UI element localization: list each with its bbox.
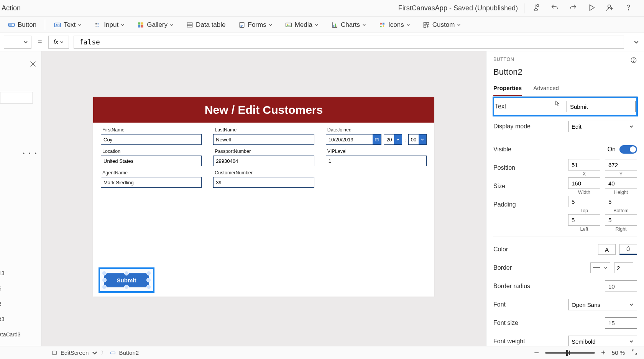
property-selector[interactable] xyxy=(4,36,31,49)
custno-input[interactable] xyxy=(213,177,314,188)
vip-label: VIPLevel xyxy=(326,149,427,154)
field-customer-number: CustomerNumber xyxy=(213,170,314,188)
insert-icons-label: Icons xyxy=(388,21,404,29)
pos-y-input[interactable] xyxy=(605,159,637,170)
firstname-input[interactable] xyxy=(101,134,202,145)
tree-item-menu-icon[interactable]: • • • xyxy=(23,151,38,156)
prop-padding-1: Padding Top Bottom xyxy=(493,195,637,214)
field-agent: AgentName xyxy=(101,170,202,188)
lastname-input[interactable] xyxy=(213,134,314,145)
prop-color: Color A xyxy=(493,240,637,259)
calendar-icon[interactable] xyxy=(373,134,381,144)
prop-border: Border xyxy=(493,259,637,277)
resize-handle[interactable] xyxy=(102,285,107,289)
undo-icon[interactable] xyxy=(550,3,559,13)
pad-right-input[interactable] xyxy=(605,214,637,226)
zoom-in-icon[interactable]: + xyxy=(601,348,606,357)
resize-handle[interactable] xyxy=(102,271,107,275)
prop-displaymode-select[interactable]: Edit xyxy=(568,121,637,132)
svg-rect-24 xyxy=(427,22,429,25)
submit-button[interactable]: Submit xyxy=(104,273,149,287)
svg-rect-22 xyxy=(383,23,384,25)
field-datejoined: DateJoined 10/20/2019 20 : xyxy=(326,127,427,145)
border-radius-input[interactable] xyxy=(605,280,637,292)
insert-charts[interactable]: Charts xyxy=(325,20,371,30)
insert-input[interactable]: Input xyxy=(89,20,130,30)
play-preview-icon[interactable] xyxy=(587,3,596,13)
insert-media[interactable]: Media xyxy=(279,20,324,30)
prop-text-input[interactable] xyxy=(567,101,636,112)
svg-rect-4 xyxy=(9,24,12,26)
fx-button[interactable]: fx xyxy=(48,36,69,49)
fill-color-button[interactable] xyxy=(619,244,637,255)
insert-custom[interactable]: Custom xyxy=(417,20,467,30)
formula-expand-icon[interactable] xyxy=(629,39,644,45)
agent-input[interactable] xyxy=(101,177,202,188)
equals-label: = xyxy=(36,38,44,46)
size-w-input[interactable] xyxy=(568,177,600,189)
font-select[interactable]: Open Sans xyxy=(568,299,637,310)
resize-handle[interactable] xyxy=(146,271,151,275)
resize-handle[interactable] xyxy=(102,278,107,282)
size-h-input[interactable] xyxy=(605,177,637,189)
panel-help-icon[interactable] xyxy=(630,57,637,65)
resize-handle[interactable] xyxy=(146,285,151,289)
fit-to-screen-icon[interactable] xyxy=(631,349,638,357)
prop-visible-label: Visible xyxy=(493,146,603,153)
help-icon[interactable] xyxy=(624,3,632,13)
zoom-slider[interactable] xyxy=(545,352,595,354)
resize-handle[interactable] xyxy=(146,278,151,282)
svg-point-0 xyxy=(537,4,539,7)
insert-datatable-label: Data table xyxy=(196,21,226,29)
zoom-out-icon[interactable]: − xyxy=(534,348,539,358)
tree-cropped-items: 13 6 3 d3 ataCard3 xyxy=(0,266,21,342)
location-input[interactable] xyxy=(101,156,202,166)
canvas-area[interactable]: New / Edit Customers FirstName LastName … xyxy=(41,51,486,346)
resize-handle[interactable] xyxy=(124,271,129,275)
firstname-label: FirstName xyxy=(101,127,202,133)
insert-text[interactable]: Abc Text xyxy=(48,20,87,30)
font-weight-select[interactable]: Semibold xyxy=(568,336,637,346)
insert-icons[interactable]: Icons xyxy=(373,20,416,30)
font-size-input[interactable] xyxy=(605,317,637,329)
close-panel-icon[interactable] xyxy=(29,60,37,68)
tree-search-input[interactable] xyxy=(0,92,33,103)
insert-forms[interactable]: Forms xyxy=(233,20,278,30)
prop-padding-label: Padding xyxy=(493,201,564,208)
insert-ribbon: Button Abc Text Input Gallery Data table… xyxy=(0,17,644,33)
insert-datatable[interactable]: Data table xyxy=(181,20,231,30)
insert-charts-label: Charts xyxy=(341,21,360,29)
pos-x-input[interactable] xyxy=(568,159,600,170)
insert-gallery[interactable]: Gallery xyxy=(131,20,179,30)
app-checker-icon[interactable] xyxy=(532,3,540,13)
breadcrumb[interactable]: EditScreen 〉 Button2 xyxy=(51,349,139,356)
hour-dropdown[interactable]: 20 xyxy=(384,134,402,145)
pad-bottom-input[interactable] xyxy=(605,196,637,207)
field-lastname: LastName xyxy=(213,127,314,145)
location-label: Location xyxy=(101,149,202,154)
datejoined-label: DateJoined xyxy=(326,127,427,133)
formula-input[interactable]: false xyxy=(74,36,624,49)
action-menu[interactable]: Action xyxy=(0,4,21,12)
share-user-icon[interactable] xyxy=(606,3,614,13)
border-style-select[interactable] xyxy=(590,262,610,273)
svg-rect-23 xyxy=(424,22,426,25)
pad-top-input[interactable] xyxy=(568,196,600,207)
vip-input[interactable] xyxy=(326,156,427,166)
prop-text-label: Text xyxy=(495,103,562,110)
tab-properties[interactable]: Properties xyxy=(493,82,522,96)
insert-button[interactable]: Button xyxy=(2,20,42,30)
pad-left-input[interactable] xyxy=(568,214,600,226)
minute-dropdown[interactable]: 00 xyxy=(408,134,427,145)
date-picker[interactable]: 10/20/2019 xyxy=(326,134,382,145)
breadcrumb-control: Button2 xyxy=(119,349,139,356)
font-color-button[interactable]: A xyxy=(598,244,616,255)
border-width-input[interactable] xyxy=(614,262,633,273)
selection-highlight: Submit xyxy=(99,267,154,293)
insert-gallery-label: Gallery xyxy=(147,21,168,29)
passport-input[interactable] xyxy=(213,156,314,166)
redo-icon[interactable] xyxy=(569,3,577,13)
visible-toggle[interactable] xyxy=(619,145,637,154)
tab-advanced[interactable]: Advanced xyxy=(533,82,559,96)
resize-handle[interactable] xyxy=(124,285,129,289)
